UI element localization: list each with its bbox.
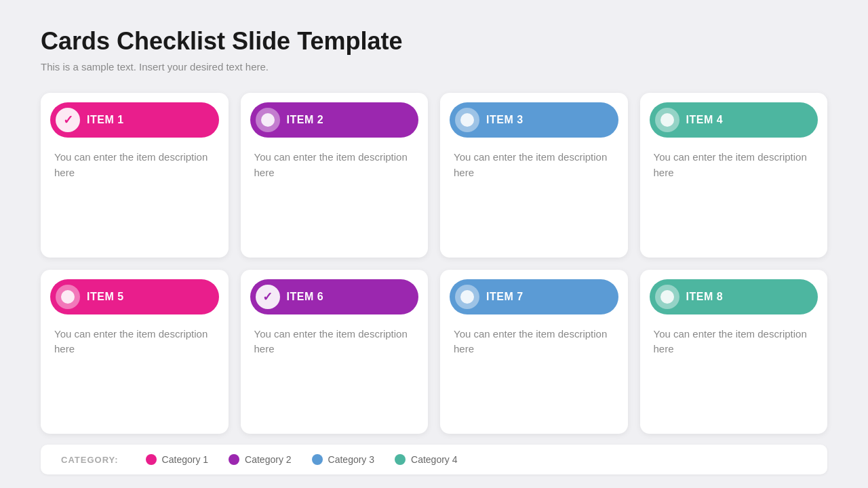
card-description: You can enter the item description here <box>440 138 628 244</box>
page-subtitle: This is a sample text. Insert your desir… <box>41 61 827 73</box>
legend-text: Category 3 <box>328 454 374 465</box>
circle-icon <box>655 108 679 132</box>
legend-label: CATEGORY: <box>61 455 119 465</box>
card-description: You can enter the item description here <box>241 314 429 421</box>
card-title: ITEM 1 <box>87 114 124 126</box>
cards-grid: ✓ ITEM 1 You can enter the item descript… <box>41 93 827 434</box>
card-description: You can enter the item description here <box>41 138 229 244</box>
card-title: ITEM 4 <box>686 114 724 126</box>
circle-icon <box>455 108 479 132</box>
card-title: ITEM 3 <box>486 114 524 126</box>
card-title: ITEM 5 <box>87 291 124 303</box>
card-header: ITEM 7 <box>450 279 618 314</box>
card-description: You can enter the item description here <box>440 314 628 421</box>
legend-item-purple: Category 2 <box>229 454 291 465</box>
card-header: ITEM 5 <box>50 279 219 314</box>
legend-dot <box>395 454 406 465</box>
card-item-5[interactable]: ITEM 5 You can enter the item descriptio… <box>41 270 229 434</box>
card-item-7[interactable]: ITEM 7 You can enter the item descriptio… <box>440 270 628 434</box>
legend-dot <box>229 454 239 465</box>
circle-icon <box>256 108 280 132</box>
card-item-3[interactable]: ITEM 3 You can enter the item descriptio… <box>440 93 628 258</box>
check-icon: ✓ <box>56 108 80 132</box>
card-description: You can enter the item description here <box>241 138 429 244</box>
circle-icon <box>655 285 679 309</box>
legend-dot <box>146 454 157 465</box>
circle-icon <box>56 285 80 309</box>
legend-item-blue: Category 3 <box>312 454 374 465</box>
legend-text: Category 1 <box>162 454 208 465</box>
card-title: ITEM 8 <box>686 291 724 303</box>
card-item-8[interactable]: ITEM 8 You can enter the item descriptio… <box>640 270 828 434</box>
legend-item-pink: Category 1 <box>146 454 208 465</box>
card-header: ✓ ITEM 1 <box>50 102 219 138</box>
card-title: ITEM 7 <box>486 291 524 303</box>
card-item-6[interactable]: ✓ ITEM 6 You can enter the item descript… <box>241 270 429 434</box>
card-item-2[interactable]: ITEM 2 You can enter the item descriptio… <box>241 93 429 258</box>
card-item-1[interactable]: ✓ ITEM 1 You can enter the item descript… <box>41 93 229 258</box>
card-header: ITEM 3 <box>450 102 618 138</box>
legend-bar: CATEGORY: Category 1 Category 2 Category… <box>41 445 827 474</box>
card-description: You can enter the item description here <box>41 314 229 421</box>
legend-dot <box>312 454 323 465</box>
card-header: ITEM 4 <box>650 102 818 138</box>
card-description: You can enter the item description here <box>640 314 828 421</box>
check-icon: ✓ <box>256 285 280 309</box>
legend-text: Category 2 <box>245 454 291 465</box>
card-title: ITEM 6 <box>287 291 324 303</box>
card-header: ITEM 8 <box>650 279 818 314</box>
page-title: Cards Checklist Slide Template <box>41 27 827 56</box>
legend-text: Category 4 <box>411 454 457 465</box>
card-header: ITEM 2 <box>250 102 419 138</box>
legend-item-teal: Category 4 <box>395 454 457 465</box>
card-title: ITEM 2 <box>287 114 324 126</box>
card-item-4[interactable]: ITEM 4 You can enter the item descriptio… <box>640 93 828 258</box>
card-header: ✓ ITEM 6 <box>250 279 419 314</box>
card-description: You can enter the item description here <box>640 138 828 244</box>
circle-icon <box>455 285 479 309</box>
